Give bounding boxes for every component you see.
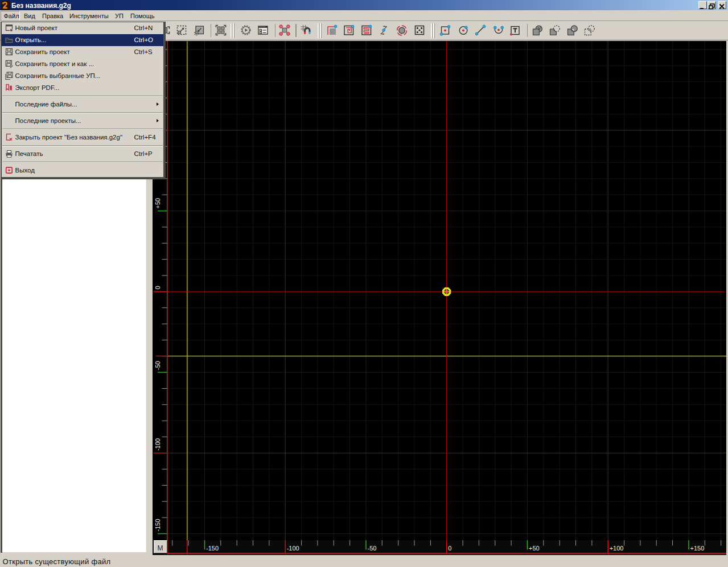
svg-text:+150: +150 bbox=[690, 545, 705, 552]
svg-text:-50: -50 bbox=[154, 361, 161, 370]
svg-text:0: 0 bbox=[154, 286, 161, 289]
svg-text:-50: -50 bbox=[368, 545, 377, 552]
svg-text:-150: -150 bbox=[154, 519, 161, 531]
svg-text:+50: +50 bbox=[154, 198, 161, 209]
svg-text:-150: -150 bbox=[206, 545, 219, 552]
svg-text:-100: -100 bbox=[287, 545, 299, 552]
svg-text:-100: -100 bbox=[154, 438, 161, 451]
svg-text:0: 0 bbox=[448, 545, 451, 552]
svg-text:+100: +100 bbox=[610, 545, 624, 552]
svg-text:+50: +50 bbox=[529, 545, 540, 552]
